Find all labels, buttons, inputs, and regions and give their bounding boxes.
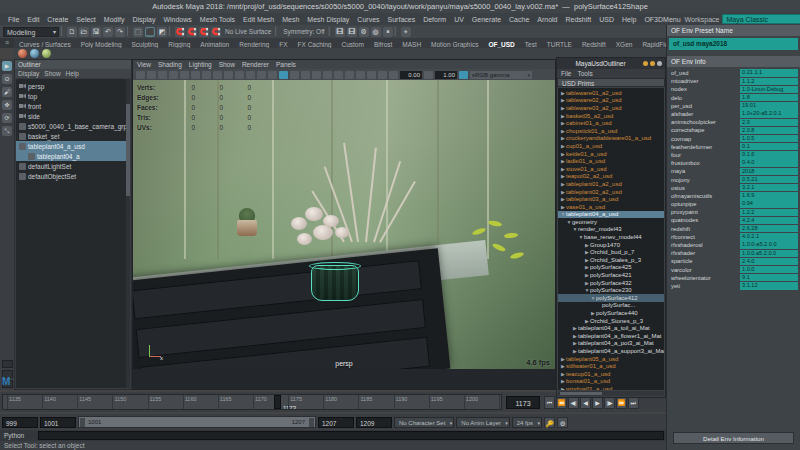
snap-plane-icon[interactable]: 🧲: [211, 27, 221, 37]
outliner-item[interactable]: defaultObjectSet: [16, 171, 130, 181]
textured-display-icon[interactable]: [301, 71, 310, 79]
snap-point-icon[interactable]: 🧲: [199, 27, 209, 37]
scene-orchid-flowers[interactable]: [285, 199, 371, 259]
menu-mesh-display[interactable]: Mesh Display: [303, 16, 353, 23]
usd-prim-row[interactable]: ▶Group1470: [558, 241, 664, 249]
usd-prim-row[interactable]: ▶stove01_a_usd: [558, 165, 664, 173]
usd-prim-row[interactable]: ▶polySurface440: [558, 309, 664, 317]
usd-prims-column-header[interactable]: USD Prims: [557, 78, 665, 87]
resolution-gate-icon[interactable]: [235, 71, 244, 79]
current-time-field[interactable]: 1173: [506, 396, 540, 409]
viewport-menu-lighting[interactable]: Lighting: [189, 60, 212, 69]
outliner-item[interactable]: s5000_0040_1_base_camera_grp: [16, 121, 130, 131]
isolate-select-icon[interactable]: [378, 71, 387, 79]
animation-end-field[interactable]: 1209: [356, 417, 392, 428]
paint-select-tool-icon[interactable]: 🖌: [2, 87, 12, 97]
redo-icon[interactable]: ↷: [115, 27, 125, 37]
outliner-item[interactable]: tableplant04_a_usd: [16, 141, 130, 151]
shelf-tab-xgen[interactable]: XGen: [611, 41, 638, 48]
2d-pan-zoom-icon[interactable]: [191, 71, 200, 79]
select-tool-icon[interactable]: ▶: [2, 61, 12, 71]
usd-prim-row[interactable]: ▶polySurface425: [558, 264, 664, 272]
menu-uv[interactable]: UV: [450, 16, 468, 23]
usd-prim-row[interactable]: ▼polySurface412: [558, 294, 664, 302]
view-transform-dropdown[interactable]: sRGB gamma: [470, 71, 532, 79]
menu-usd[interactable]: USD: [595, 16, 618, 23]
toolbar-divider[interactable]: ▏: [169, 26, 173, 37]
viewport-menu-shading[interactable]: Shading: [158, 60, 182, 69]
shelf-tab-test[interactable]: Test: [520, 41, 542, 48]
usd-prim-row[interactable]: ▶Orchid_Stones_p_3: [558, 317, 664, 325]
usd-prim-row[interactable]: ▶tableplant02_a2_usd: [558, 188, 664, 196]
usd-prim-row[interactable]: ▼base_renev_model44: [558, 233, 664, 241]
menu-file[interactable]: File: [4, 16, 23, 23]
shelf-tab-rendering[interactable]: Rendering: [234, 41, 274, 48]
usd-prim-row[interactable]: ▼polySurface230: [558, 286, 664, 294]
usd-prim-row[interactable]: ▶tableplant03_a_usd: [558, 195, 664, 203]
use-all-lights-icon[interactable]: [312, 71, 321, 79]
shelf-tool-icon[interactable]: [42, 49, 51, 58]
scene-selected-basket[interactable]: [306, 254, 364, 300]
menu-of3dmenu[interactable]: OF3DMenu: [640, 16, 684, 23]
usd-prim-row[interactable]: ▶Orchid_Stales_p_3: [558, 256, 664, 264]
shelf-tab-motion-graphics[interactable]: Motion Graphics: [426, 41, 483, 48]
menu-display[interactable]: Display: [128, 16, 159, 23]
usd-prim-row[interactable]: ▶kettle01_a_usd: [558, 150, 664, 158]
viewport-menu-panels[interactable]: Panels: [276, 60, 296, 69]
toolbar-divider[interactable]: ▏: [395, 26, 399, 37]
usd-prim-row[interactable]: ▶tableplant04_a_pot3_ai_Mat: [558, 340, 664, 348]
open-scene-icon[interactable]: 🗁: [79, 27, 89, 37]
viewport-menu-show[interactable]: Show: [219, 60, 235, 69]
shelf-tab-rigging[interactable]: Rigging: [163, 41, 195, 48]
shelf-tab-animation[interactable]: Animation: [195, 41, 234, 48]
outliner-title[interactable]: Outliner: [15, 60, 131, 69]
range-slider-left-handle[interactable]: [80, 418, 85, 427]
wireframe-on-shaded-icon[interactable]: [279, 71, 288, 79]
menu-surfaces[interactable]: Surfaces: [384, 16, 420, 23]
exposure-icon[interactable]: [424, 71, 433, 79]
usd-tree-horizontal-scrollbar[interactable]: [558, 391, 664, 396]
shaded-display-icon[interactable]: [290, 71, 299, 79]
render-settings-icon[interactable]: ⚙: [359, 27, 369, 37]
shelf-collapse-button[interactable]: ≡: [0, 38, 14, 48]
shelf-tab-sculpting[interactable]: Sculpting: [127, 41, 164, 48]
playback-start-field[interactable]: 1001: [40, 417, 76, 428]
playback-end-field[interactable]: 1207: [318, 417, 354, 428]
menu-mesh-tools[interactable]: Mesh Tools: [196, 16, 239, 23]
window-close-icon[interactable]: [657, 61, 662, 66]
range-slider[interactable]: 1001 1207: [78, 416, 316, 428]
usd-prim-row[interactable]: ▶window01_a_usd: [558, 385, 664, 390]
scene-cactus-pot[interactable]: [234, 206, 260, 236]
undo-icon[interactable]: ↶: [103, 27, 113, 37]
menu-deform[interactable]: Deform: [419, 16, 450, 23]
usd-prim-row[interactable]: ▼render_model43: [558, 226, 664, 234]
lasso-tool-icon[interactable]: ʘ: [2, 74, 12, 84]
outliner-item[interactable]: top: [16, 91, 130, 101]
hypershade-icon[interactable]: ◍: [371, 27, 381, 37]
usd-prim-row[interactable]: ▶bonsai01_a_usd: [558, 378, 664, 386]
command-language-toggle[interactable]: Python: [0, 432, 38, 439]
viewport-menu-renderer[interactable]: Renderer: [242, 60, 269, 69]
outliner-menu-show[interactable]: Show: [44, 69, 60, 78]
shelf-tool-icon[interactable]: [18, 49, 27, 58]
depth-of-field-icon[interactable]: [367, 71, 376, 79]
shelf-tab-bifrost[interactable]: Bifrost: [369, 41, 397, 48]
symmetry-label[interactable]: Symmetry: Off: [281, 28, 326, 35]
menu-generate[interactable]: Generate: [468, 16, 505, 23]
menu-modify[interactable]: Modify: [100, 16, 129, 23]
input-field-icon[interactable]: ⌖: [401, 27, 411, 37]
playback-speed-dropdown[interactable]: 24 fps: [512, 417, 542, 428]
shelf-tab-turtle[interactable]: TURTLE: [542, 41, 577, 48]
shelf-tab-fx[interactable]: FX: [274, 41, 292, 48]
shelf-tab-poly-modeling[interactable]: Poly Modeling: [76, 41, 127, 48]
color-management-icon[interactable]: [459, 71, 468, 79]
menu-redshift[interactable]: Redshift: [562, 16, 596, 23]
shelf-tab-of-usd[interactable]: OF_USD: [483, 41, 519, 48]
film-gate-icon[interactable]: [224, 71, 233, 79]
menu-arnold[interactable]: Arnold: [533, 16, 561, 23]
usd-prim-row[interactable]: ▼geometry: [558, 218, 664, 226]
render-icon[interactable]: 🎞: [335, 27, 345, 37]
menu-cache[interactable]: Cache: [505, 16, 533, 23]
shelf-tab-redshift[interactable]: Redshift: [577, 41, 611, 48]
outliner-item[interactable]: tableplant04_a: [16, 151, 130, 161]
